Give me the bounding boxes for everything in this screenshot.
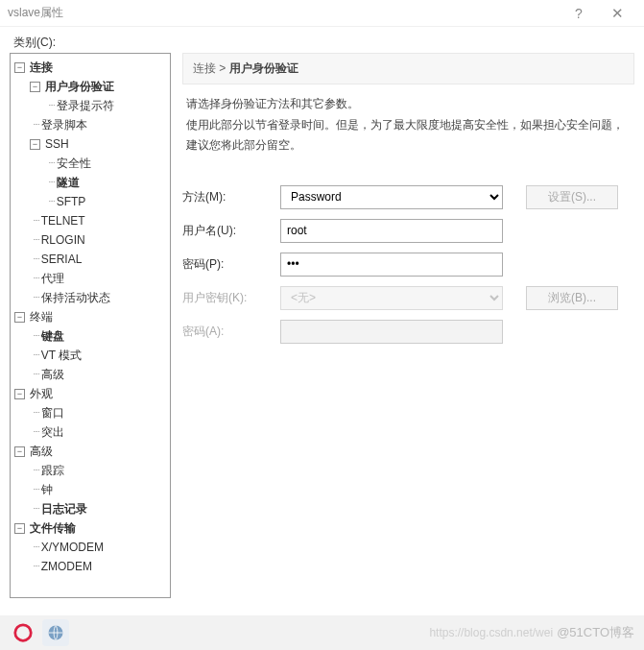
collapse-icon[interactable]: − <box>14 312 25 323</box>
tree-tunnel[interactable]: 隧道 <box>55 173 80 192</box>
description-line1: 请选择身份验证方法和其它参数。 <box>186 94 634 115</box>
tree-proxy[interactable]: 代理 <box>39 269 64 288</box>
breadcrumb-sep: > <box>219 61 226 75</box>
collapse-icon[interactable]: − <box>14 446 25 457</box>
tree-login-prompt[interactable]: 登录提示符 <box>55 96 114 115</box>
collapse-icon[interactable]: − <box>14 523 25 534</box>
description: 请选择身份验证方法和其它参数。 使用此部分以节省登录时间。但是，为了最大限度地提… <box>182 94 634 156</box>
tree-zmodem[interactable]: ZMODEM <box>39 557 92 576</box>
passphrase-label: 密码(A): <box>182 324 280 340</box>
password-input[interactable] <box>280 253 503 277</box>
method-label: 方法(M): <box>182 189 280 205</box>
app-icon-globe[interactable] <box>42 619 69 646</box>
tree-highlight[interactable]: 突出 <box>39 422 64 442</box>
tree-window[interactable]: 窗口 <box>39 403 64 422</box>
tree-terminal[interactable]: 终端 <box>28 307 53 326</box>
window-title: vslave属性 <box>8 5 560 21</box>
tree-rlogin[interactable]: RLOGIN <box>39 230 85 250</box>
tree-auth[interactable]: 用户身份验证 <box>43 77 114 96</box>
passphrase-input <box>280 320 503 344</box>
content-pane: 连接 > 用户身份验证 请选择身份验证方法和其它参数。 使用此部分以节省登录时间… <box>171 53 634 598</box>
userkey-label: 用户密钥(K): <box>182 290 280 306</box>
tree-vtmode[interactable]: VT 模式 <box>39 346 82 365</box>
category-label: 类别(C): <box>0 27 644 53</box>
tree-trace[interactable]: 跟踪 <box>39 461 64 480</box>
watermark-brand: @51CTO博客 <box>553 624 634 641</box>
tree-login-script[interactable]: 登录脚本 <box>39 115 87 134</box>
svg-point-0 <box>15 625 32 641</box>
tree-sftp[interactable]: SFTP <box>55 192 86 211</box>
help-button[interactable]: ? <box>560 6 598 21</box>
tree-advanced1[interactable]: 高级 <box>39 365 64 384</box>
collapse-icon[interactable]: − <box>14 389 25 399</box>
collapse-icon[interactable]: − <box>30 82 40 92</box>
close-button[interactable]: ✕ <box>598 5 636 22</box>
tree-connection[interactable]: 连接 <box>28 58 53 77</box>
breadcrumb-root: 连接 <box>193 61 216 75</box>
titlebar: vslave属性 ? ✕ <box>0 0 644 27</box>
app-icon-swirl[interactable] <box>10 619 36 646</box>
collapse-icon[interactable]: − <box>30 139 40 150</box>
tree-ssh[interactable]: SSH <box>43 134 69 154</box>
settings-button[interactable]: 设置(S)... <box>526 185 618 209</box>
username-label: 用户名(U): <box>182 223 280 239</box>
category-tree[interactable]: − 连接 − 用户身份验证 ┈登录提示符 <box>10 53 171 598</box>
password-label: 密码(P): <box>182 256 280 273</box>
taskbar: https://blog.csdn.net/wei @51CTO博客 <box>0 615 644 650</box>
description-line2: 使用此部分以节省登录时间。但是，为了最大限度地提高安全性，如果担心安全问题，建议… <box>186 115 634 156</box>
collapse-icon[interactable]: − <box>14 62 25 73</box>
tree-bell[interactable]: 钟 <box>39 480 53 499</box>
userkey-select: <无> <box>280 286 503 310</box>
method-select[interactable]: Password <box>280 185 503 209</box>
tree-telnet[interactable]: TELNET <box>39 211 85 230</box>
breadcrumb-current: 用户身份验证 <box>229 61 298 75</box>
browse-button[interactable]: 浏览(B)... <box>526 286 618 310</box>
watermark-url: https://blog.csdn.net/wei <box>429 626 553 639</box>
username-input[interactable] <box>280 219 503 243</box>
tree-filetransfer[interactable]: 文件传输 <box>28 518 76 538</box>
breadcrumb: 连接 > 用户身份验证 <box>182 53 634 84</box>
tree-keepalive[interactable]: 保持活动状态 <box>39 288 110 307</box>
tree-logging[interactable]: 日志记录 <box>39 499 87 518</box>
main-area: − 连接 − 用户身份验证 ┈登录提示符 <box>0 53 644 598</box>
tree-advanced[interactable]: 高级 <box>28 442 53 461</box>
tree-appearance[interactable]: 外观 <box>28 384 53 403</box>
tree-serial[interactable]: SERIAL <box>39 250 83 269</box>
tree-security[interactable]: 安全性 <box>55 154 91 173</box>
tree-xymodem[interactable]: X/YMODEM <box>39 538 104 557</box>
tree-keyboard[interactable]: 键盘 <box>39 326 64 346</box>
